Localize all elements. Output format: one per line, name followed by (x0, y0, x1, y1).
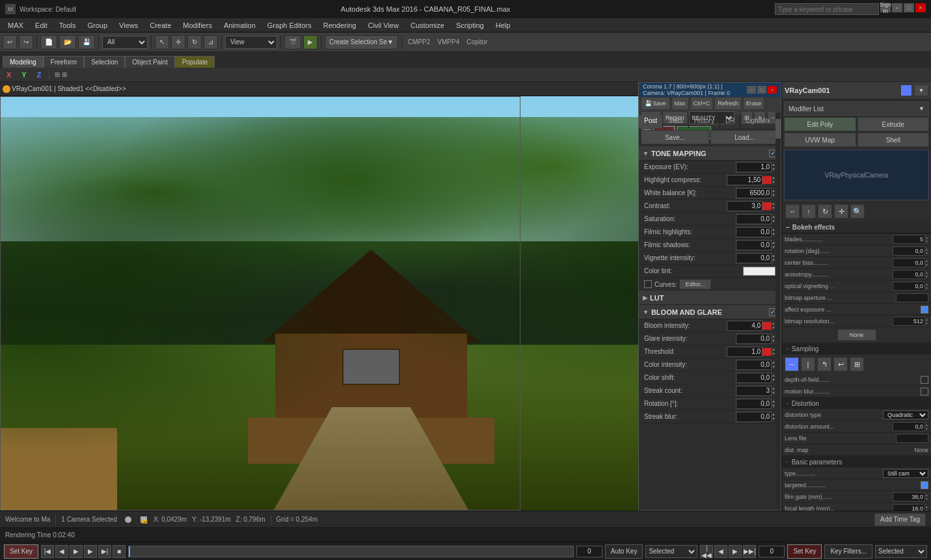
anim-next-key[interactable]: ▶| (98, 545, 111, 558)
param-color-tint-swatch[interactable] (743, 267, 776, 276)
s-dn[interactable]: ▼ (925, 263, 928, 267)
post-save-btn[interactable]: Save... (641, 130, 709, 144)
minimize-btn[interactable]: − (892, 3, 902, 12)
ws-tab-freeform[interactable]: Freeform (44, 56, 85, 68)
curves-editor-btn[interactable]: Editor... (679, 279, 711, 289)
param-filmic-hi-input[interactable] (736, 227, 772, 237)
param-glare-int-input[interactable] (736, 334, 772, 344)
ws-tab-object-paint[interactable]: Object Paint (125, 56, 174, 68)
menu-scripting[interactable]: Scripting (451, 20, 489, 31)
tone-mapping-header[interactable]: ▼ TONE MAPPING (639, 146, 781, 161)
corona-min-btn[interactable]: − (747, 86, 756, 94)
corona-tab-post[interactable]: Post (639, 115, 663, 128)
bokeh-blades-input[interactable] (893, 235, 925, 244)
curves-checkbox[interactable] (644, 280, 652, 288)
bokeh-bitmap-res-input[interactable] (893, 317, 925, 326)
axis-z-btn[interactable]: Z (34, 70, 44, 79)
bokeh-bitmap-apt-input[interactable] (896, 293, 928, 302)
s-dn[interactable]: ▼ (925, 274, 928, 278)
sampling-icon1[interactable]: ↔ (785, 357, 799, 371)
post-scrollbar[interactable] (776, 113, 781, 510)
auto-key-btn[interactable]: Auto Key (605, 544, 643, 559)
tb-scale[interactable]: ⊿ (204, 35, 218, 49)
tb-view-select[interactable]: View (225, 36, 277, 49)
anim-stop[interactable]: ■ (113, 545, 126, 558)
bokeh-affect-exp-check[interactable] (921, 306, 928, 313)
tb-render[interactable]: ▶ (303, 35, 317, 49)
corona-close-btn[interactable]: × (768, 86, 777, 94)
menu-group[interactable]: Group (83, 20, 113, 31)
param-vignette-input[interactable] (736, 253, 772, 263)
sign-in-btn[interactable]: Sign In (880, 3, 891, 12)
param-streak-blur-input[interactable] (736, 412, 772, 422)
s-dn[interactable]: ▼ (925, 286, 928, 290)
tb-move[interactable]: ✛ (171, 35, 185, 49)
menu-customize[interactable]: Customize (405, 20, 450, 31)
tb-select[interactable]: ↖ (155, 35, 169, 49)
param-saturation-input[interactable] (736, 214, 772, 224)
cam-icon-move[interactable]: ↔ (785, 204, 800, 219)
s-dn[interactable]: ▼ (925, 497, 928, 501)
bloom-glare-header[interactable]: ▼ BLOOM AND GLARE (639, 305, 781, 319)
distortion-type-select[interactable]: Quadratic (883, 410, 928, 420)
param-filmic-sh-input[interactable] (736, 240, 772, 250)
axis-y-btn[interactable]: Y (19, 70, 29, 79)
maximize-btn[interactable]: □ (904, 3, 914, 12)
sampling-dof-check[interactable] (921, 376, 928, 384)
corona-tab-history[interactable]: History (689, 115, 720, 128)
param-rotation-input[interactable] (736, 399, 772, 409)
menu-create[interactable]: Create (144, 20, 176, 31)
tb-new[interactable]: 📄 (40, 35, 57, 49)
cam-icon-pan[interactable]: ✛ (834, 204, 848, 219)
cam-icon-rotate[interactable]: ↻ (818, 204, 832, 219)
menu-animation[interactable]: Animation (219, 20, 261, 31)
sampling-collapse[interactable]: − (786, 346, 789, 352)
bokeh-rotation-input[interactable] (893, 247, 925, 256)
sampling-icon3[interactable]: ↰ (817, 357, 831, 371)
param-color-shift-input[interactable] (736, 373, 772, 383)
animation-timeline[interactable] (128, 546, 574, 557)
scene-tab-label[interactable]: VRayCam001 | Shaded1 <<Disabled>> (12, 85, 126, 92)
menu-civil-view[interactable]: Civil View (362, 20, 403, 31)
selected-dropdown2[interactable]: Selected (875, 545, 927, 558)
menu-modifiers[interactable]: Modifiers (178, 20, 217, 31)
menu-edit[interactable]: Edit (30, 20, 53, 31)
lut-header[interactable]: ▶ LUT (639, 291, 781, 305)
shell-btn[interactable]: Shell (857, 133, 930, 147)
tb-create-sel[interactable]: Create Selection Se▼ (325, 35, 398, 49)
tb-open[interactable]: 📂 (59, 35, 76, 49)
basic-type-select[interactable]: Still cam (883, 469, 928, 478)
tb-render-setup[interactable]: 🎬 (284, 35, 301, 49)
set-key-btn[interactable]: Set Key (4, 544, 38, 559)
anim-play[interactable]: ▶ (70, 545, 83, 558)
basic-params-collapse[interactable]: − (786, 459, 789, 465)
ws-tab-selection[interactable]: Selection (84, 56, 125, 68)
menu-graph-editors[interactable]: Graph Editors (262, 20, 317, 31)
corona-ctrlc-btn[interactable]: Ctrl+C (690, 97, 714, 110)
corona-tab-stats[interactable]: Stats (663, 115, 689, 128)
corona-max-btn2[interactable]: □ (757, 86, 766, 94)
param-bloom-int-input[interactable] (727, 321, 762, 331)
sampling-motion-check[interactable] (921, 388, 928, 395)
menu-views[interactable]: Views (114, 20, 143, 31)
param-color-int-input[interactable] (736, 360, 772, 370)
bokeh-anisotropy-input[interactable] (893, 270, 925, 279)
add-time-tag-btn[interactable]: Add Time Tag (874, 513, 926, 526)
corona-tab-lightmix[interactable]: LightMix (740, 115, 776, 128)
s-dn[interactable]: ▼ (925, 427, 928, 431)
key-filters-btn[interactable]: Key Filters... (824, 544, 872, 559)
basic-focal-input[interactable] (893, 504, 925, 511)
s-dn[interactable]: ▼ (925, 321, 928, 325)
anim-extra2[interactable]: ◀ (714, 545, 727, 558)
tb-filter-select[interactable]: All (102, 36, 148, 49)
distortion-amount-input[interactable] (893, 422, 925, 431)
corona-erase-btn[interactable]: Erase (743, 97, 765, 110)
sampling-icon5[interactable]: ⊞ (850, 357, 864, 371)
cam-icon-zoom[interactable]: 🔍 (850, 204, 865, 219)
param-exposure-input[interactable] (736, 162, 772, 172)
basic-targeted-check[interactable] (921, 481, 928, 489)
distortion-collapse[interactable]: − (786, 401, 789, 407)
uvw-map-btn[interactable]: UVW Map (784, 133, 856, 147)
menu-help[interactable]: Help (491, 20, 516, 31)
ws-tab-modeling[interactable]: Modeling (3, 56, 44, 68)
